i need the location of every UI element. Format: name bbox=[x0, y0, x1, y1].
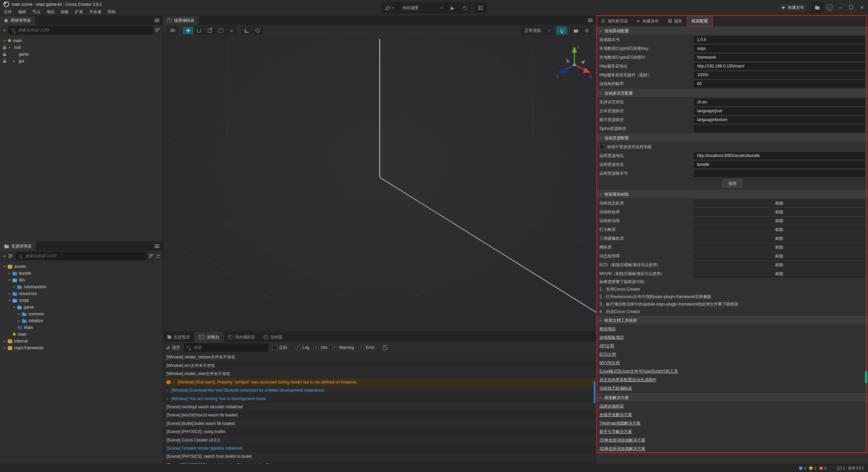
config-input[interactable] bbox=[694, 80, 865, 87]
scene-select-dropdown[interactable]: 当前场景 ▾ bbox=[398, 3, 447, 13]
console-tab-0[interactable]: 资源预览 bbox=[163, 332, 194, 342]
config-input[interactable] bbox=[694, 45, 865, 52]
config-input[interactable] bbox=[694, 116, 865, 123]
warn-count-badge[interactable]: ! 1 bbox=[809, 466, 816, 470]
doc-link[interactable]: 3D角色扮演游戏解决方案 bbox=[599, 446, 645, 452]
section-header[interactable]: ∨游戏资源配置 bbox=[596, 134, 868, 142]
doc-link[interactable]: Excel格式转Json文件与TypeScript代码工具 bbox=[599, 369, 678, 374]
config-input[interactable] bbox=[694, 125, 865, 132]
doc-link[interactable]: 游戏模板项目 bbox=[599, 335, 624, 340]
asset-node[interactable]: ▸common bbox=[0, 311, 163, 317]
console-scrollbar[interactable] bbox=[594, 381, 595, 404]
hierarchy-node[interactable]: game bbox=[0, 51, 163, 58]
assets-tab[interactable]: 资源管理器 bbox=[0, 241, 36, 251]
hierarchy-node[interactable]: ▾main bbox=[0, 37, 163, 44]
console-filter-info[interactable]: ✓Info bbox=[314, 345, 328, 350]
console-clear-button[interactable]: 清空 bbox=[166, 345, 180, 351]
trim-button[interactable]: 剔除 bbox=[694, 253, 865, 260]
config-input[interactable] bbox=[694, 161, 865, 168]
expand-arrow-icon[interactable]: ▾ bbox=[2, 39, 7, 42]
help-button[interactable]: ? bbox=[826, 4, 833, 11]
assets-menu-icon[interactable] bbox=[155, 244, 159, 248]
section-header[interactable]: ∨框架模块剔除 bbox=[596, 190, 868, 199]
scale-tool-button[interactable] bbox=[204, 27, 215, 34]
refresh-icon[interactable] bbox=[156, 254, 160, 258]
menu-item[interactable]: 项目 bbox=[43, 8, 58, 16]
doc-link[interactable]: Tiledmap地图解决方案 bbox=[599, 420, 640, 426]
hierarchy-node[interactable]: ▸gui bbox=[0, 58, 163, 64]
open-project-folder-button[interactable] bbox=[811, 2, 823, 13]
hierarchy-search[interactable] bbox=[8, 26, 153, 34]
config-input[interactable] bbox=[694, 63, 865, 70]
rotate-tool-button[interactable] bbox=[194, 27, 204, 34]
expand-arrow-icon[interactable]: ▸ bbox=[2, 339, 7, 343]
play-button[interactable]: ▶ bbox=[447, 3, 459, 13]
console-tab-2[interactable]: 动画编辑器 bbox=[224, 332, 259, 342]
doc-link[interactable]: 战棋游戏框架 bbox=[599, 404, 624, 409]
move-tool-button[interactable] bbox=[183, 27, 193, 34]
doc-link[interactable]: 原生包热更新配置自动生成插件 bbox=[599, 377, 656, 383]
trim-button[interactable]: 剔除 bbox=[694, 217, 865, 224]
trim-button[interactable]: 剔除 bbox=[694, 226, 865, 233]
section-header[interactable]: ∨框架文档工具链接 bbox=[596, 316, 868, 325]
asset-node[interactable]: ▸resources bbox=[0, 290, 163, 297]
expand-arrow-icon[interactable]: ▸ bbox=[7, 272, 12, 275]
ui-transform-tool-button[interactable]: ∪ bbox=[226, 27, 237, 34]
asset-node[interactable]: ▸oops-framework bbox=[0, 345, 163, 351]
scene-viewport[interactable]: Y X Z bbox=[163, 36, 596, 332]
sort-icon[interactable] bbox=[8, 254, 13, 258]
inspector-tab-build[interactable]: 构建发布 bbox=[633, 16, 664, 26]
expand-arrow-icon[interactable]: ▸ bbox=[2, 346, 7, 350]
config-input[interactable] bbox=[694, 152, 865, 159]
console-search-input[interactable] bbox=[193, 345, 265, 350]
minimize-button[interactable]: ─ bbox=[836, 5, 844, 10]
dimension-toggle-button[interactable]: 3D bbox=[166, 26, 179, 35]
section-header[interactable]: ∨游戏多语言配置 bbox=[596, 89, 868, 98]
expand-arrow-icon[interactable]: ▸ bbox=[17, 319, 21, 322]
save-button[interactable]: 保存 bbox=[723, 179, 742, 188]
hierarchy-menu-icon[interactable] bbox=[155, 19, 159, 22]
expand-arrow-icon[interactable]: ▾ bbox=[12, 306, 17, 309]
doc-link[interactable]: 2D角色扮演游戏解决方案 bbox=[599, 437, 645, 443]
doc-link[interactable]: 教程项目 bbox=[599, 326, 616, 332]
assets-search[interactable] bbox=[16, 252, 146, 260]
filter-icon[interactable] bbox=[149, 254, 154, 258]
config-input[interactable] bbox=[694, 107, 865, 115]
doc-link[interactable]: ECS文档 bbox=[599, 352, 616, 357]
expand-arrow-icon[interactable]: ▸ bbox=[12, 59, 17, 63]
filter-icon[interactable] bbox=[156, 28, 160, 32]
hierarchy-search-input[interactable] bbox=[17, 27, 150, 33]
log-file-icon[interactable] bbox=[383, 345, 387, 350]
log-row[interactable]: ›[Window] You are running Vue in develop… bbox=[163, 395, 596, 403]
expand-arrow-icon[interactable]: ▸ bbox=[7, 292, 12, 295]
pivot-toggle-button[interactable] bbox=[241, 27, 252, 34]
config-input[interactable] bbox=[694, 54, 865, 61]
asset-node[interactable]: ▾script bbox=[0, 297, 163, 304]
doc-link[interactable]: 动画状态机编辑器 bbox=[599, 386, 632, 391]
expand-arrow-icon[interactable]: ▾ bbox=[7, 299, 12, 302]
config-input[interactable] bbox=[694, 72, 865, 79]
config-input[interactable] bbox=[694, 36, 865, 43]
menu-item[interactable]: 节点 bbox=[29, 8, 43, 16]
menu-item[interactable]: 编辑 bbox=[15, 8, 29, 16]
inspector-tab-inspector[interactable]: 属性检查器 bbox=[596, 16, 633, 26]
asset-node[interactable]: ▸initialize bbox=[0, 317, 163, 324]
trim-button[interactable]: 剔除 bbox=[694, 270, 865, 277]
trim-button[interactable]: 剔除 bbox=[694, 244, 865, 251]
menu-item[interactable]: 面板 bbox=[58, 8, 72, 16]
menu-item[interactable]: 扩展 bbox=[72, 8, 86, 16]
inspector-tab-service[interactable]: 服务 bbox=[664, 16, 687, 26]
asset-node[interactable]: ▾assets bbox=[0, 263, 163, 270]
asset-node[interactable]: ▸seedrandom bbox=[0, 283, 163, 290]
log-row[interactable]: !›[Window] [Vue warn]: Property "onInput… bbox=[163, 378, 596, 386]
expand-arrow-icon[interactable]: ▾ bbox=[2, 265, 7, 268]
hierarchy-node[interactable]: ▾root bbox=[0, 44, 163, 51]
asset-node[interactable]: ▸bundle bbox=[0, 270, 163, 277]
preview-device-dropdown[interactable]: ▾ bbox=[382, 3, 398, 13]
build-publish-button[interactable]: 构建发布 bbox=[778, 2, 808, 13]
render-mode-dropdown[interactable]: 正常渲染 ▾ bbox=[521, 26, 554, 35]
console-filter-warning[interactable]: ✓Warning bbox=[332, 345, 354, 350]
log-row[interactable]: ›[Window] Download the Vue Devtools exte… bbox=[163, 387, 596, 395]
expand-arrow-icon[interactable]: ▸ bbox=[12, 285, 17, 289]
console-filter-error[interactable]: ✓Error bbox=[359, 345, 375, 350]
